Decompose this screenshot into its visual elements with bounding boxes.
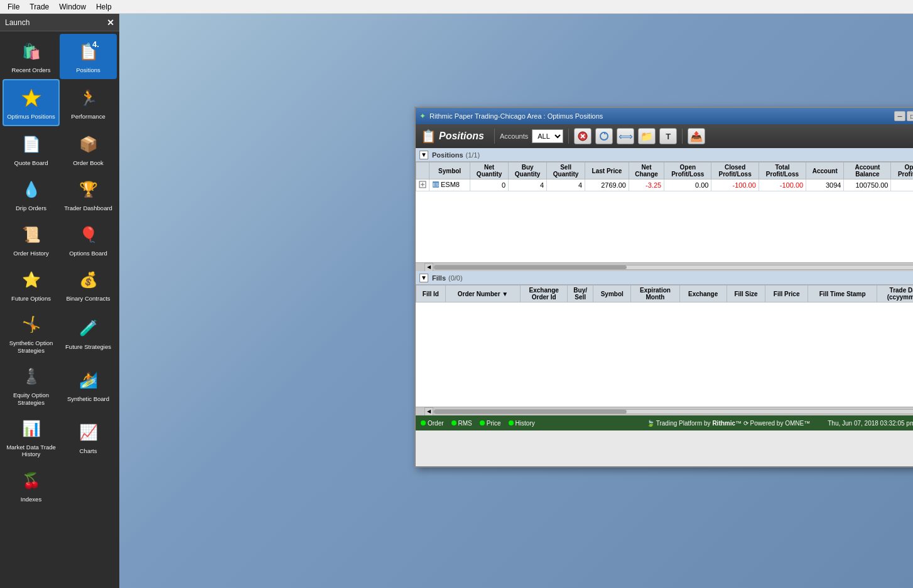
- col-last-price[interactable]: Last Price: [585, 163, 629, 179]
- col-net-qty[interactable]: NetQuantity: [470, 163, 509, 179]
- fills-scroll-left[interactable]: ◀: [424, 407, 433, 416]
- scrollbar-thumb[interactable]: [434, 265, 627, 269]
- col-order-number[interactable]: Order Number ▼: [445, 286, 520, 302]
- window-controls: ─ □ ✕: [894, 111, 913, 121]
- col-fill-price[interactable]: Fill Price: [765, 286, 808, 302]
- minimize-button[interactable]: ─: [894, 111, 905, 121]
- cell-closed-pl: -100.00: [711, 179, 759, 191]
- sidebar-item-positions[interactable]: 📋 4. Positions: [60, 34, 117, 79]
- toolbar-btn-text[interactable]: T: [659, 128, 677, 144]
- row-expand[interactable]: [416, 179, 429, 191]
- quote-board-label: Quote Board: [14, 159, 48, 166]
- launch-close-button[interactable]: ✕: [107, 18, 114, 28]
- maximize-button[interactable]: □: [907, 111, 913, 121]
- indexes-icon: 🍒: [19, 468, 44, 493]
- sidebar-item-synthetic-option-strategies[interactable]: 🤸 Synthetic Option Strategies: [3, 307, 60, 359]
- col-total-pl[interactable]: TotalProfit/Loss: [759, 163, 806, 179]
- col-open-pl2[interactable]: OpenProfit/Los: [891, 163, 913, 179]
- sidebar-item-synthetic-board[interactable]: 🏄 Synthetic Board: [60, 359, 117, 411]
- synthetic-option-strategies-icon: 🤸: [19, 312, 44, 337]
- order-status-label: Order: [428, 420, 444, 427]
- col-expand: [416, 163, 429, 179]
- future-strategies-label: Future Strategies: [65, 343, 111, 350]
- history-status-label: History: [516, 420, 535, 427]
- cell-net-change: -3.25: [629, 179, 664, 191]
- col-exchange[interactable]: Exchange: [679, 286, 727, 302]
- fills-scrollbar-thumb[interactable]: [434, 410, 627, 414]
- col-exchange-order-id[interactable]: ExchangeOrder Id: [521, 286, 568, 302]
- sidebar-item-options-board[interactable]: 🎈 Options Board: [60, 216, 117, 262]
- fills-table-container[interactable]: Fill Id Order Number ▼ ExchangeOrder Id …: [416, 285, 913, 407]
- col-fill-id[interactable]: Fill Id: [416, 286, 446, 302]
- col-buy-qty[interactable]: BuyQuantity: [509, 163, 547, 179]
- menu-help[interactable]: Help: [91, 1, 117, 13]
- col-trade-date[interactable]: Trade Date(ccyymmdd): [877, 286, 913, 302]
- positions-h-scrollbar[interactable]: ◀ ▶: [416, 262, 913, 271]
- sidebar-item-market-data-trade-history[interactable]: 📊 Market Data Trade History: [3, 411, 60, 463]
- table-row[interactable]: ES ESM8 0 4 4 2769.00 -3.25 0.00 -100.00…: [416, 179, 914, 191]
- status-rms: RMS: [451, 420, 472, 427]
- sidebar-item-future-strategies[interactable]: 🧪 Future Strategies: [60, 307, 117, 359]
- options-board-icon: 🎈: [76, 222, 101, 247]
- cell-total-pl: -100.00: [759, 179, 806, 191]
- positions-toggle[interactable]: ▼: [419, 151, 428, 159]
- synthetic-option-strategies-label: Synthetic Option Strategies: [5, 339, 57, 354]
- col-closed-pl[interactable]: ClosedProfit/Loss: [711, 163, 759, 179]
- col-symbol[interactable]: Symbol: [429, 163, 470, 179]
- positions-table-container[interactable]: Symbol NetQuantity BuyQuantity SellQuant…: [416, 162, 913, 262]
- col-buy-sell[interactable]: Buy/Sell: [568, 286, 593, 302]
- trader-dashboard-icon: 🏆: [76, 177, 101, 202]
- sidebar-item-order-book[interactable]: 📦 Order Book: [60, 126, 117, 171]
- fills-section-header: ▼ Fills (0/0) ▼: [416, 271, 913, 285]
- toolbar-btn-folder[interactable]: 📁: [638, 128, 656, 144]
- col-fills-symbol[interactable]: Symbol: [593, 286, 631, 302]
- col-open-pl[interactable]: OpenProfit/Loss: [664, 163, 711, 179]
- cell-buy-qty: 4: [509, 179, 547, 191]
- sidebar-item-recent-orders[interactable]: 🛍️ Recent Orders: [3, 34, 60, 79]
- toolbar-btn-cancel[interactable]: [574, 128, 592, 144]
- fills-h-scrollbar[interactable]: ◀ ▶: [416, 407, 913, 415]
- scrollbar-track[interactable]: [433, 265, 913, 270]
- col-fill-size[interactable]: Fill Size: [727, 286, 765, 302]
- toolbar-positions-label: Positions: [439, 131, 484, 142]
- col-fill-time-stamp[interactable]: Fill Time Stamp: [808, 286, 877, 302]
- sidebar-item-future-options[interactable]: ⭐ Future Options: [3, 262, 60, 307]
- binary-contracts-label: Binary Contracts: [66, 295, 110, 302]
- future-strategies-icon: 🧪: [76, 316, 101, 341]
- order-history-label: Order History: [13, 250, 48, 257]
- fills-scrollbar-track[interactable]: [433, 409, 913, 414]
- col-account[interactable]: Account: [806, 163, 844, 179]
- sidebar-item-indexes[interactable]: 🍒 Indexes: [3, 463, 60, 508]
- sidebar-item-drip-orders[interactable]: 💧 Drip Orders: [3, 171, 60, 216]
- toolbar-btn-arrows[interactable]: ⟺: [617, 128, 634, 144]
- cell-account-balance: 100750.00: [844, 179, 891, 191]
- sidebar-item-trader-dashboard[interactable]: 🏆 Trader Dashboard: [60, 171, 117, 216]
- sidebar-item-quote-board[interactable]: 📄 Quote Board: [3, 126, 60, 171]
- col-expiration-month[interactable]: ExpirationMonth: [631, 286, 679, 302]
- menu-trade[interactable]: Trade: [24, 1, 54, 13]
- sidebar-item-optimus-positions[interactable]: Optimus Positions: [3, 79, 60, 126]
- menu-file[interactable]: File: [3, 1, 24, 13]
- cell-sell-qty: 4: [547, 179, 585, 191]
- future-options-icon: ⭐: [19, 267, 44, 292]
- accounts-select[interactable]: ALL: [532, 129, 563, 143]
- sidebar-item-order-history[interactable]: 📜 Order History: [3, 216, 60, 262]
- fills-toggle[interactable]: ▼: [419, 274, 428, 282]
- sidebar-item-charts[interactable]: 📈 Charts: [60, 411, 117, 463]
- col-net-change[interactable]: NetChange: [629, 163, 664, 179]
- scroll-left-arrow[interactable]: ◀: [424, 263, 433, 272]
- fills-count: (0/0): [448, 274, 463, 282]
- status-time: Thu, Jun 07, 2018 03:32:05 pm EDT: [828, 420, 913, 427]
- sidebar-item-equity-option-strategies[interactable]: ♟️ Equity Option Strategies: [3, 359, 60, 411]
- window-toolbar: 📋 Positions Accounts ALL ⟺ 📁: [416, 124, 913, 148]
- menu-window[interactable]: Window: [54, 1, 91, 13]
- sidebar-item-binary-contracts[interactable]: 💰 Binary Contracts: [60, 262, 117, 307]
- status-bar: Order RMS Price History 🍃 Trading Platfo…: [416, 415, 913, 430]
- col-account-balance[interactable]: AccountBalance: [844, 163, 891, 179]
- toolbar-btn-refresh[interactable]: [595, 128, 613, 144]
- trader-dashboard-label: Trader Dashboard: [64, 205, 112, 211]
- positions-count: (1/1): [466, 151, 480, 159]
- col-sell-qty[interactable]: SellQuantity: [547, 163, 585, 179]
- toolbar-btn-export[interactable]: 📤: [688, 128, 705, 144]
- sidebar-item-performance[interactable]: 🏃 Performance: [60, 79, 117, 126]
